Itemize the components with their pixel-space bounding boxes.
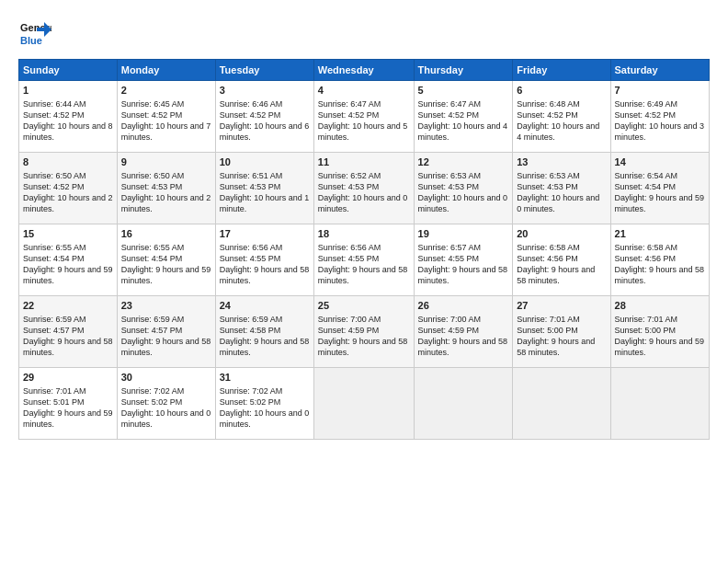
sunrise: Sunrise: 6:53 AM — [418, 171, 482, 180]
calendar-day: 25Sunrise: 7:00 AMSunset: 4:59 PMDayligh… — [313, 296, 414, 368]
day-number: 27 — [517, 299, 606, 313]
daylight: Daylight: 10 hours and 5 minutes. — [318, 121, 408, 142]
daylight: Daylight: 9 hours and 58 minutes. — [318, 337, 408, 357]
sunset: Sunset: 5:02 PM — [121, 397, 183, 407]
sunset: Sunset: 4:53 PM — [220, 182, 281, 191]
day-number: 6 — [517, 84, 606, 98]
daylight: Daylight: 10 hours and 3 minutes. — [615, 121, 705, 142]
calendar-day: 12Sunrise: 6:53 AMSunset: 4:53 PMDayligh… — [414, 153, 513, 224]
day-number: 14 — [615, 155, 705, 169]
sunset: Sunset: 4:52 PM — [418, 110, 480, 120]
weekday-header: Tuesday — [215, 60, 313, 81]
daylight: Daylight: 9 hours and 58 minutes. — [418, 265, 508, 285]
calendar-day: 20Sunrise: 6:58 AMSunset: 4:56 PMDayligh… — [513, 224, 610, 296]
calendar-day: 13Sunrise: 6:53 AMSunset: 4:53 PMDayligh… — [513, 153, 610, 224]
daylight: Daylight: 10 hours and 0 minutes. — [418, 193, 508, 213]
calendar-day: 5Sunrise: 6:47 AMSunset: 4:52 PMDaylight… — [414, 81, 513, 153]
sunset: Sunset: 4:56 PM — [615, 254, 677, 263]
sunset: Sunset: 4:52 PM — [318, 110, 380, 120]
daylight: Daylight: 9 hours and 58 minutes. — [23, 337, 113, 357]
calendar-day: 21Sunrise: 6:58 AMSunset: 4:56 PMDayligh… — [610, 224, 709, 296]
day-number: 9 — [121, 155, 211, 169]
calendar-day: 8Sunrise: 6:50 AMSunset: 4:52 PMDaylight… — [19, 153, 118, 224]
daylight: Daylight: 9 hours and 58 minutes. — [517, 337, 595, 357]
calendar-day: 15Sunrise: 6:55 AMSunset: 4:54 PMDayligh… — [19, 224, 118, 296]
day-number: 18 — [318, 227, 410, 241]
day-number: 29 — [23, 371, 113, 385]
sunrise: Sunrise: 6:45 AM — [121, 99, 185, 109]
weekday-header: Friday — [513, 60, 610, 81]
calendar-day: 14Sunrise: 6:54 AMSunset: 4:54 PMDayligh… — [610, 153, 709, 224]
calendar-day: 4Sunrise: 6:47 AMSunset: 4:52 PMDaylight… — [313, 81, 414, 153]
sunset: Sunset: 4:58 PM — [220, 326, 281, 335]
calendar-day: 19Sunrise: 6:57 AMSunset: 4:55 PMDayligh… — [414, 224, 513, 296]
sunset: Sunset: 4:53 PM — [121, 182, 183, 191]
day-number: 17 — [220, 227, 310, 241]
sunrise: Sunrise: 6:58 AM — [517, 243, 580, 252]
daylight: Daylight: 9 hours and 59 minutes. — [615, 193, 705, 213]
sunset: Sunset: 4:53 PM — [318, 182, 380, 191]
calendar-day: 24Sunrise: 6:59 AMSunset: 4:58 PMDayligh… — [215, 296, 313, 368]
sunset: Sunset: 4:52 PM — [23, 182, 85, 191]
sunrise: Sunrise: 6:49 AM — [615, 99, 678, 109]
sunrise: Sunrise: 6:58 AM — [615, 243, 678, 252]
day-number: 22 — [23, 299, 113, 313]
daylight: Daylight: 10 hours and 7 minutes. — [121, 121, 211, 142]
daylight: Daylight: 10 hours and 0 minutes. — [220, 408, 310, 429]
sunrise: Sunrise: 6:50 AM — [121, 171, 185, 180]
calendar-day: 11Sunrise: 6:52 AMSunset: 4:53 PMDayligh… — [313, 153, 414, 224]
sunset: Sunset: 4:53 PM — [418, 182, 480, 191]
day-number: 13 — [517, 155, 606, 169]
sunset: Sunset: 4:55 PM — [220, 254, 281, 263]
sunset: Sunset: 4:52 PM — [615, 110, 677, 120]
sunrise: Sunrise: 7:01 AM — [615, 315, 678, 324]
weekday-header: Saturday — [610, 60, 709, 81]
daylight: Daylight: 10 hours and 8 minutes. — [23, 121, 113, 142]
daylight: Daylight: 10 hours and 4 minutes. — [517, 121, 599, 142]
day-number: 11 — [318, 155, 410, 169]
page: General Blue SundayMondayTuesdayWednesda… — [0, 0, 728, 563]
calendar-day: 16Sunrise: 6:55 AMSunset: 4:54 PMDayligh… — [117, 224, 215, 296]
day-number: 12 — [418, 155, 509, 169]
sunrise: Sunrise: 6:44 AM — [23, 99, 86, 109]
calendar-day — [414, 368, 513, 440]
daylight: Daylight: 9 hours and 58 minutes. — [615, 265, 705, 285]
calendar-day: 2Sunrise: 6:45 AMSunset: 4:52 PMDaylight… — [117, 81, 215, 153]
calendar-day: 17Sunrise: 6:56 AMSunset: 4:55 PMDayligh… — [215, 224, 313, 296]
daylight: Daylight: 10 hours and 6 minutes. — [220, 121, 310, 142]
svg-text:Blue: Blue — [20, 35, 42, 46]
daylight: Daylight: 9 hours and 59 minutes. — [23, 265, 113, 285]
sunrise: Sunrise: 6:56 AM — [318, 243, 381, 252]
daylight: Daylight: 9 hours and 58 minutes. — [318, 265, 408, 285]
sunset: Sunset: 4:57 PM — [23, 326, 85, 335]
calendar-day: 3Sunrise: 6:46 AMSunset: 4:52 PMDaylight… — [215, 81, 313, 153]
day-number: 5 — [418, 84, 509, 98]
calendar-day: 10Sunrise: 6:51 AMSunset: 4:53 PMDayligh… — [215, 153, 313, 224]
sunrise: Sunrise: 6:46 AM — [220, 99, 283, 109]
day-number: 25 — [318, 299, 410, 313]
calendar-day: 6Sunrise: 6:48 AMSunset: 4:52 PMDaylight… — [513, 81, 610, 153]
calendar-day: 9Sunrise: 6:50 AMSunset: 4:53 PMDaylight… — [117, 153, 215, 224]
sunrise: Sunrise: 6:47 AM — [318, 99, 381, 109]
day-number: 1 — [23, 84, 113, 98]
day-number: 31 — [220, 371, 310, 385]
sunrise: Sunrise: 7:02 AM — [220, 386, 283, 396]
sunrise: Sunrise: 6:59 AM — [23, 315, 86, 324]
sunrise: Sunrise: 6:52 AM — [318, 171, 381, 180]
calendar-day: 29Sunrise: 7:01 AMSunset: 5:01 PMDayligh… — [19, 368, 118, 440]
day-number: 2 — [121, 84, 211, 98]
weekday-header: Wednesday — [313, 60, 414, 81]
daylight: Daylight: 9 hours and 59 minutes. — [23, 408, 113, 429]
sunrise: Sunrise: 6:55 AM — [121, 243, 185, 252]
sunset: Sunset: 4:52 PM — [220, 110, 281, 120]
daylight: Daylight: 10 hours and 2 minutes. — [23, 193, 113, 213]
calendar-day: 1Sunrise: 6:44 AMSunset: 4:52 PMDaylight… — [19, 81, 118, 153]
calendar-day: 18Sunrise: 6:56 AMSunset: 4:55 PMDayligh… — [313, 224, 414, 296]
sunset: Sunset: 5:01 PM — [23, 397, 85, 407]
sunrise: Sunrise: 6:47 AM — [418, 99, 482, 109]
sunrise: Sunrise: 6:54 AM — [615, 171, 678, 180]
calendar-day: 23Sunrise: 6:59 AMSunset: 4:57 PMDayligh… — [117, 296, 215, 368]
day-number: 19 — [418, 227, 509, 241]
sunset: Sunset: 4:52 PM — [121, 110, 183, 120]
logo: General Blue — [18, 17, 51, 50]
